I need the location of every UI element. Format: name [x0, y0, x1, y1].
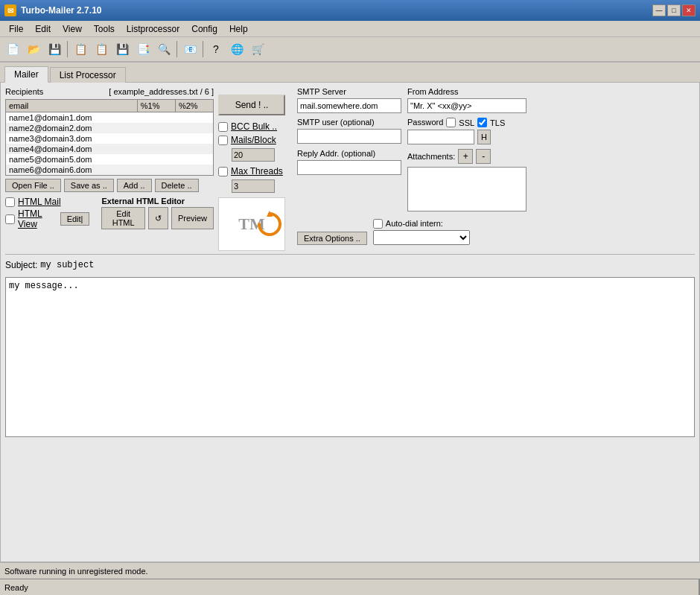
mails-block-checkbox[interactable] — [218, 136, 228, 145]
save-button[interactable]: 💾 — [45, 39, 64, 59]
extra-options-button[interactable]: Extra Options .. — [297, 232, 367, 245]
menu-listprocessor[interactable]: Listprocessor — [121, 22, 185, 36]
from-address-input[interactable] — [407, 98, 526, 113]
save-as-button[interactable]: Save as .. — [64, 179, 114, 192]
mails-block-row: Mails/Block — [218, 135, 293, 145]
password-input[interactable] — [407, 130, 474, 144]
help-button[interactable]: ? — [206, 39, 226, 59]
recipients-table: email %1% %2% name1@domain1.dom name2@do… — [5, 99, 214, 176]
open-file-button[interactable]: Open File .. — [5, 179, 61, 192]
tls-checkbox[interactable] — [477, 118, 487, 127]
toolbar: 📄 📂 💾 📋 📋 💾 📑 🔍 📧 ? 🌐 🛒 — [0, 37, 700, 63]
col-p2: %2% — [175, 100, 213, 112]
cart-button[interactable]: 🛒 — [248, 39, 267, 59]
attachments-list — [407, 167, 526, 211]
list-button[interactable]: 📑 — [133, 39, 153, 59]
content-wrapper: Mailer List Processor Recipients [ examp… — [0, 63, 700, 595]
max-threads-value[interactable] — [232, 179, 275, 193]
preview-button[interactable]: Preview — [171, 207, 214, 229]
toolbar-sep-3 — [203, 41, 203, 57]
web-button[interactable]: 🌐 — [227, 39, 246, 59]
menu-view[interactable]: View — [57, 22, 88, 36]
email-cell: name6@domain6.dom — [6, 165, 138, 176]
table-row[interactable]: name6@domain6.dom — [6, 165, 214, 176]
smtp-server-label: SMTP Server — [297, 87, 401, 96]
send-button[interactable]: Send ! .. — [218, 95, 285, 115]
auto-dial-checkbox[interactable] — [373, 219, 383, 229]
message-textarea[interactable]: my message... — [5, 277, 695, 437]
app-title: Turbo-Mailer 2.7.10 — [21, 5, 101, 16]
bcc-bulk-label: BCC Bulk .. — [231, 121, 277, 132]
statusbar: Software running in unregistered mode. — [0, 562, 700, 579]
delete-button[interactable]: Delete .. — [155, 179, 199, 192]
tls-label: TLS — [490, 118, 505, 127]
table-row[interactable]: name2@domain2.dom — [6, 123, 214, 133]
tab-mailer[interactable]: Mailer — [4, 66, 48, 83]
subject-input[interactable] — [40, 258, 695, 273]
attachment-remove-button[interactable]: - — [476, 149, 491, 164]
recipients-section: Recipients [ example_addresses.txt / 6 ]… — [5, 87, 214, 251]
from-address-label: From Address — [407, 87, 526, 96]
paste-button[interactable]: 📋 — [92, 39, 111, 59]
minimize-button[interactable]: — — [652, 4, 666, 16]
email-button[interactable]: 📧 — [180, 39, 200, 59]
refresh-button[interactable]: ↺ — [148, 207, 168, 229]
send-section: Send ! .. BCC Bulk .. Mails/Block Max Th… — [218, 87, 293, 251]
smtp-server-input[interactable] — [297, 98, 401, 113]
password-label: Password — [407, 118, 443, 127]
menu-tools[interactable]: Tools — [88, 22, 121, 36]
html-mail-checkbox[interactable] — [5, 197, 15, 207]
smtp-user-input[interactable] — [297, 129, 401, 144]
subject-label: Subject: — [5, 260, 37, 270]
tab-bar: Mailer List Processor — [0, 63, 700, 82]
save2-button[interactable]: 💾 — [112, 39, 132, 59]
maximize-button[interactable]: □ — [667, 4, 681, 16]
table-row[interactable]: name5@domain5.dom — [6, 154, 214, 165]
max-threads-checkbox[interactable] — [218, 167, 228, 176]
bcc-bulk-checkbox[interactable] — [218, 122, 228, 132]
auto-dial-select[interactable] — [373, 230, 470, 245]
close-button[interactable]: ✕ — [682, 4, 696, 16]
add-button[interactable]: Add .. — [117, 179, 152, 192]
col-p1: %1% — [137, 100, 175, 112]
menu-help[interactable]: Help — [223, 22, 254, 36]
tm-logo: TM — [218, 197, 285, 251]
edit-html-button[interactable]: Edit HTML — [101, 207, 144, 229]
smtp-section: SMTP Server From Address SMTP user (opti… — [297, 87, 695, 251]
reply-addr-input[interactable] — [297, 160, 401, 175]
max-threads-label: Max Threads — [231, 166, 283, 176]
toolbar-sep-2 — [176, 41, 177, 57]
h-button[interactable]: H — [477, 130, 491, 144]
new-button[interactable]: 📄 — [3, 39, 22, 59]
table-row[interactable]: name1@domain1.dom — [6, 112, 214, 124]
tab-list-processor[interactable]: List Processor — [50, 67, 126, 83]
menu-edit[interactable]: Edit — [29, 22, 57, 36]
mails-block-value[interactable] — [232, 148, 275, 162]
ssl-checkbox[interactable] — [446, 118, 456, 127]
attachment-add-button[interactable]: + — [458, 149, 473, 164]
table-row[interactable]: name3@domain3.dom — [6, 133, 214, 144]
ready-bar: Ready — [0, 579, 700, 595]
open-button[interactable]: 📂 — [24, 39, 43, 59]
table-row[interactable]: name4@domain4.dom — [6, 144, 214, 154]
recipients-buttons: Open File .. Save as .. Add .. Delete .. — [5, 179, 214, 192]
reply-addr-label: Reply Addr. (optional) — [297, 149, 401, 158]
find-button[interactable]: 🔍 — [154, 39, 174, 59]
top-section: Recipients [ example_addresses.txt / 6 ]… — [5, 87, 695, 251]
attachments-label: Attachments: — [407, 152, 455, 161]
ssl-label: SSL — [459, 118, 474, 127]
recipients-label: Recipients — [5, 87, 43, 96]
html-view-label: HTML View — [18, 209, 57, 229]
email-cell: name3@domain3.dom — [6, 133, 138, 144]
max-threads-row: Max Threads — [218, 166, 293, 176]
menu-file[interactable]: File — [3, 22, 29, 36]
ready-text: Ready — [4, 583, 28, 592]
edit-button[interactable]: Edit| — [60, 212, 90, 226]
html-view-checkbox[interactable] — [5, 214, 15, 224]
status-text: Software running in unregistered mode. — [4, 567, 148, 576]
email-cell: name5@domain5.dom — [6, 154, 138, 165]
menu-config[interactable]: Config — [185, 22, 223, 36]
copy-button[interactable]: 📋 — [71, 39, 90, 59]
titlebar: ✉ Turbo-Mailer 2.7.10 — □ ✕ — [0, 0, 700, 21]
external-html-label: External HTML Editor — [101, 197, 214, 206]
